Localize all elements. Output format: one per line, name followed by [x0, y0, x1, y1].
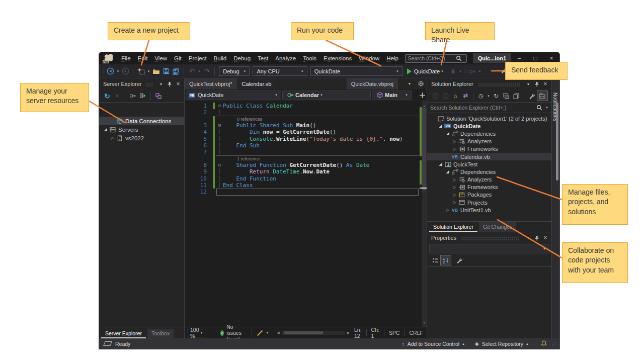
close-panel-icon[interactable]: × — [541, 80, 549, 88]
collapse-all-button[interactable] — [502, 91, 510, 101]
split-window-icon[interactable] — [186, 90, 194, 100]
menu-view[interactable]: View — [151, 53, 171, 63]
expander-closed-icon[interactable]: ▷ — [451, 147, 458, 151]
tree-item-dependencies[interactable]: ◢Dependencies — [427, 130, 551, 137]
outlining-collapse-icon[interactable]: ⊟ — [216, 122, 223, 129]
start-debugging-button[interactable]: QuickDate ▼ — [407, 68, 445, 74]
window-position-dropdown-icon[interactable]: ▼ — [524, 234, 532, 242]
menu-debug[interactable]: Debug — [230, 53, 254, 63]
window-position-dropdown-icon[interactable]: ▼ — [524, 80, 532, 88]
expander-closed-icon[interactable]: ▷ — [451, 185, 458, 190]
expander-open-icon[interactable]: ◢ — [444, 169, 451, 174]
refresh-icon[interactable]: ↻ — [492, 91, 500, 101]
tab-toolbox[interactable]: Toolbox — [147, 329, 174, 338]
pin-icon[interactable] — [166, 80, 174, 88]
pending-changes-filter-button[interactable]: ◷ — [477, 91, 485, 101]
save-button[interactable] — [162, 66, 170, 76]
redo-button[interactable]: ↷ — [203, 66, 211, 76]
code-line-5[interactable]: 5│ Console.WriteLine("Today's date is {0… — [185, 136, 427, 142]
code-line-9[interactable]: 9│ Return DateTime.Now.Date — [185, 168, 427, 175]
run-dropdown-icon[interactable]: ▼ — [441, 70, 444, 73]
tree-item-solution-quicksolution1-2-of-2-projects[interactable]: Solution 'QuickSolution1' (2 of 2 projec… — [427, 115, 551, 122]
tree-item-data-connections[interactable]: Data Connections — [99, 117, 184, 125]
code-line-6[interactable]: 6│ End Sub — [185, 142, 427, 149]
window-position-dropdown-icon[interactable]: ▼ — [157, 80, 165, 88]
spaces-indicator[interactable]: SPC — [384, 329, 405, 336]
menu-analyze[interactable]: Analyze — [272, 53, 299, 63]
code-cleanup-icon[interactable] — [256, 328, 264, 338]
menu-extensions[interactable]: Extensions — [320, 53, 355, 63]
expander-closed-icon[interactable]: ▷ — [451, 139, 458, 144]
undo-dropdown-icon[interactable]: ▼ — [198, 70, 201, 73]
tab-quicktest-vbproj[interactable]: QuickTest.vbproj* — [185, 78, 237, 89]
scrollbar-thumb[interactable] — [422, 108, 426, 191]
solution-platforms-dropdown[interactable]: Any CPU▼ — [253, 66, 307, 76]
back-dropdown-icon[interactable]: ▼ — [116, 70, 119, 73]
categorized-view-button[interactable] — [431, 255, 439, 265]
menu-edit[interactable]: Edit — [134, 53, 151, 63]
tab-quickdate-vbproj[interactable]: QuickDate.vbproj — [347, 78, 398, 89]
tree-item-quicktest[interactable]: ◢QuickTest — [427, 160, 551, 168]
scroll-down-icon[interactable]: ▼ — [422, 319, 427, 326]
properties-wrench-icon[interactable] — [528, 91, 536, 101]
code-line-2[interactable]: 2│ — [185, 109, 427, 116]
tree-item-packages[interactable]: ▷Packages — [427, 191, 551, 199]
expander-closed-icon[interactable]: ▷ — [109, 136, 116, 140]
zoom-dropdown[interactable]: 100 %▼ — [188, 329, 206, 337]
background-tasks-icon[interactable] — [103, 341, 112, 346]
menu-help[interactable]: Help — [383, 53, 402, 63]
add-to-source-control-button[interactable]: ↑ Add to Source Control ▲ — [402, 341, 465, 347]
connect-to-server-button[interactable] — [139, 91, 147, 101]
outlining-collapse-icon[interactable]: ⊟ — [216, 162, 223, 168]
tree-item-servers[interactable]: ◢Servers — [99, 125, 184, 134]
resize-grip[interactable]: ⋰ — [552, 341, 556, 346]
show-all-files-button[interactable] — [537, 90, 548, 101]
sql-object-explorer-button[interactable] — [154, 91, 163, 101]
open-file-button[interactable] — [152, 66, 160, 76]
hot-reload-button[interactable] — [449, 66, 457, 76]
undo-button[interactable]: ↶ — [188, 66, 196, 76]
menu-git[interactable]: Git — [171, 53, 185, 63]
tree-item-frameworks[interactable]: ▷Frameworks — [427, 184, 551, 191]
expander-closed-icon[interactable]: ▷ — [451, 200, 458, 205]
navigate-forward-button[interactable] — [121, 66, 129, 76]
code-line-1[interactable]: 1⊟Public Class Calendar — [185, 103, 427, 109]
solution-explorer-search[interactable]: Search Solution Explorer (Ctrl+;) ▼ — [427, 102, 551, 113]
scrollbar-thumb[interactable] — [284, 331, 323, 334]
expander-open-icon[interactable]: ◢ — [444, 131, 451, 136]
line-ending-indicator[interactable]: CRLF — [405, 329, 428, 336]
codelens-row[interactable]: 1 reference — [185, 156, 427, 162]
tree-item-analyzers[interactable]: ▷Analyzers — [427, 138, 551, 145]
codelens-row[interactable]: 0 references — [185, 116, 427, 122]
code-line-4[interactable]: 4│ Dim now = GetCurrentDate() — [185, 129, 427, 135]
new-project-dropdown-icon[interactable]: ▼ — [147, 70, 150, 73]
editor-options-gear-icon[interactable] — [417, 78, 425, 88]
menu-file[interactable]: File — [118, 53, 134, 63]
tree-item-analyzers[interactable]: ▷Analyzers — [427, 176, 551, 184]
select-repository-button[interactable]: ◈ Select Repository ▲ — [475, 341, 529, 347]
tree-item-projects[interactable]: ▷Projects — [427, 199, 551, 206]
new-project-button[interactable] — [137, 66, 145, 76]
expander-closed-icon[interactable]: ▷ — [451, 177, 458, 182]
close-panel-icon[interactable]: × — [541, 234, 549, 242]
split-window-icon[interactable] — [420, 93, 425, 98]
panel-drag-texture[interactable] — [146, 83, 153, 86]
tree-item-calendar-vb[interactable]: VBCalendar.vb — [427, 153, 551, 160]
startup-projects-dropdown[interactable]: QuickDate▼ — [310, 66, 403, 76]
search-icon[interactable] — [455, 53, 463, 63]
tab-list-dropdown-icon[interactable]: ▼ — [406, 78, 414, 88]
solution-configurations-dropdown[interactable]: Debug▼ — [219, 66, 250, 76]
member-nav-dropdown[interactable]: Main▼ — [372, 90, 412, 100]
expander-open-icon[interactable]: ◢ — [437, 124, 444, 128]
attach-button[interactable] — [468, 66, 476, 76]
horizontal-scrollbar[interactable]: ◀ ▶ — [277, 331, 350, 335]
code-line-11[interactable]: 11│End Class — [185, 182, 427, 189]
property-pages-button[interactable] — [455, 255, 463, 265]
connect-to-database-button[interactable] — [129, 91, 137, 101]
refresh-button[interactable]: ↻ — [103, 91, 111, 101]
tree-item-frameworks[interactable]: ▷Frameworks — [427, 145, 551, 153]
preview-selected-items-button[interactable] — [512, 91, 520, 101]
tree-item-quickdate[interactable]: ◢VBQuickDate — [427, 122, 551, 130]
notifications-scrollbar[interactable] — [556, 103, 558, 180]
alphabetical-sort-button[interactable]: AZ — [440, 255, 451, 265]
